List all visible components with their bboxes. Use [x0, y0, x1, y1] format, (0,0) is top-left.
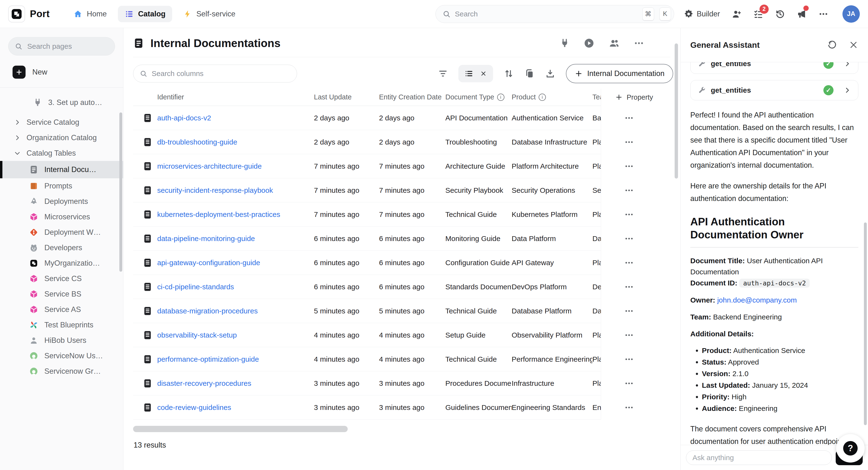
identifier-link[interactable]: api-gateway-configuration-guide — [157, 259, 314, 267]
row-actions-button[interactable] — [601, 154, 673, 178]
ellipsis-icon[interactable] — [633, 38, 644, 49]
row-actions-button[interactable] — [601, 178, 673, 202]
col-last-update[interactable]: Last Update — [314, 93, 379, 101]
assistant-scrollbar[interactable] — [864, 223, 867, 425]
search-input[interactable] — [455, 10, 637, 18]
sidebar-item-service-as[interactable]: Service AS — [0, 302, 123, 317]
new-page-button[interactable]: New — [12, 66, 123, 79]
ask-input[interactable] — [692, 453, 825, 462]
sidebar-item-service-cs[interactable]: Service CS — [0, 271, 123, 286]
sidebar-item-deployment-w[interactable]: Deployment W… — [0, 225, 123, 240]
row-actions-button[interactable] — [601, 299, 673, 323]
sidebar-item-catalog-tables[interactable]: Catalog Tables — [0, 146, 123, 161]
col-entity-creation-date[interactable]: Entity Creation Date — [379, 93, 445, 101]
sidebar-item-3-set-up-auto[interactable]: 3. Set up auto… — [0, 95, 123, 110]
add-property-button[interactable]: Property — [601, 89, 673, 106]
sidebar-item-label: Service AS — [44, 305, 81, 314]
row-actions-button[interactable] — [601, 202, 673, 227]
tasks-icon[interactable]: 2 — [753, 9, 763, 19]
global-search[interactable]: ⌘ K — [435, 5, 674, 23]
reset-icon[interactable] — [827, 40, 837, 50]
history-icon[interactable] — [775, 9, 785, 19]
sidebar-item-myorganizatio[interactable]: MyOrganizatio… — [0, 256, 123, 271]
row-actions-button[interactable] — [601, 371, 673, 395]
download-icon[interactable] — [545, 68, 555, 79]
row-actions-button[interactable] — [601, 251, 673, 275]
sidebar-item-microservices[interactable]: Microservices — [0, 209, 123, 225]
identifier-link[interactable]: code-review-guidelines — [157, 403, 314, 412]
group-by-pill[interactable] — [458, 65, 493, 82]
assistant-fields: Document Title: User Authentication API … — [690, 255, 858, 340]
row-actions-button[interactable] — [601, 227, 673, 251]
filter-icon[interactable] — [438, 69, 448, 79]
robot-icon — [29, 243, 38, 253]
success-check-icon: ✓ — [824, 85, 834, 95]
main-scrollbar[interactable] — [675, 43, 678, 179]
sidebar-item-test-blueprints[interactable]: Test Blueprints — [0, 317, 123, 333]
identifier-link[interactable]: disaster-recovery-procedures — [157, 379, 314, 387]
nav-catalog[interactable]: Catalog — [118, 6, 173, 22]
sidebar-item-developers[interactable]: Developers — [0, 240, 123, 256]
row-actions-button[interactable] — [601, 395, 673, 419]
sidebar-item-servicenow-gr[interactable]: Servicenow Gr… — [0, 363, 123, 379]
identifier-link[interactable]: microservices-architecture-guide — [157, 162, 314, 170]
column-search[interactable] — [133, 65, 297, 83]
avatar[interactable]: JA — [842, 5, 860, 23]
col-product[interactable]: Producti — [512, 93, 592, 101]
identifier-link[interactable]: auth-api-docs-v2 — [157, 114, 314, 122]
tool-call-card[interactable]: get_entities ✓ — [690, 80, 858, 100]
close-icon[interactable] — [849, 40, 858, 50]
help-button[interactable]: ? — [843, 441, 858, 456]
sidebar-item-label: MyOrganizatio… — [44, 259, 100, 268]
port-logo[interactable] — [8, 5, 25, 23]
add-entity-button[interactable]: Internal Documentation — [566, 64, 673, 83]
nav-self-service[interactable]: Self-service — [177, 6, 242, 22]
col-document-type[interactable]: Document Typei — [445, 93, 512, 101]
sidebar-item-prompts[interactable]: Prompts — [0, 178, 123, 194]
sidebar-item-deployments[interactable]: Deployments — [0, 194, 123, 209]
sort-icon[interactable] — [504, 68, 514, 79]
row-actions-button[interactable] — [601, 275, 673, 299]
sidebar-item-label: Catalog Tables — [27, 149, 76, 157]
ellipsis-icon[interactable] — [818, 9, 829, 19]
sidebar-search-input[interactable] — [27, 42, 108, 51]
row-actions-button[interactable] — [601, 347, 673, 371]
person-add-icon[interactable] — [732, 9, 742, 19]
row-actions-button[interactable] — [601, 130, 673, 154]
column-search-input[interactable] — [152, 69, 290, 78]
row-actions-button[interactable] — [601, 323, 673, 347]
identifier-link[interactable]: database-migration-procedures — [157, 307, 314, 315]
play-circle-icon[interactable] — [584, 38, 595, 49]
header-divider — [133, 57, 670, 57]
people-icon[interactable] — [609, 38, 620, 49]
horizontal-scrollbar[interactable] — [133, 426, 348, 432]
identifier-link[interactable]: ci-cd-pipeline-standards — [157, 283, 314, 291]
identifier-link[interactable]: kubernetes-deployment-best-practices — [157, 210, 314, 218]
identifier-link[interactable]: performance-optimization-guide — [157, 355, 314, 363]
row-actions-button[interactable] — [601, 106, 673, 130]
sidebar-item-hibob-users[interactable]: HiBob Users — [0, 333, 123, 348]
col-identifier[interactable]: Identifier — [157, 93, 314, 101]
identifier-link[interactable]: observability-stack-setup — [157, 331, 314, 339]
plug-icon[interactable] — [560, 38, 569, 48]
sidebar-item-organization-catalog[interactable]: Organization Catalog — [0, 130, 123, 146]
sidebar-item-service-catalog[interactable]: Service Catalog — [0, 115, 123, 130]
identifier-link[interactable]: security-incident-response-playbook — [157, 186, 314, 195]
builder-button[interactable]: Builder — [684, 9, 720, 19]
cell-value: 6 minutes ago — [379, 235, 445, 243]
field-value[interactable]: john.doe@company.com — [717, 296, 797, 304]
assistant-title: General Assistant — [690, 40, 760, 50]
ask-field[interactable] — [686, 450, 832, 465]
sidebar-item-internal-docu[interactable]: Internal Docu… — [0, 161, 123, 178]
sidebar-list: 3. Set up auto…Service CatalogOrganizati… — [0, 88, 123, 379]
megaphone-icon[interactable] — [797, 9, 807, 19]
sidebar-scrollbar[interactable] — [119, 112, 122, 272]
sidebar-item-servicenow-us[interactable]: ServiceNow Us… — [0, 348, 123, 363]
tool-call-card[interactable]: get_entities ✓ — [690, 62, 858, 74]
nav-home[interactable]: Home — [66, 6, 114, 22]
copy-icon[interactable] — [524, 68, 534, 79]
sidebar-search[interactable] — [8, 37, 115, 56]
identifier-link[interactable]: data-pipeline-monitoring-guide — [157, 235, 314, 243]
identifier-link[interactable]: db-troubleshooting-guide — [157, 138, 314, 146]
sidebar-item-service-bs[interactable]: Service BS — [0, 286, 123, 302]
